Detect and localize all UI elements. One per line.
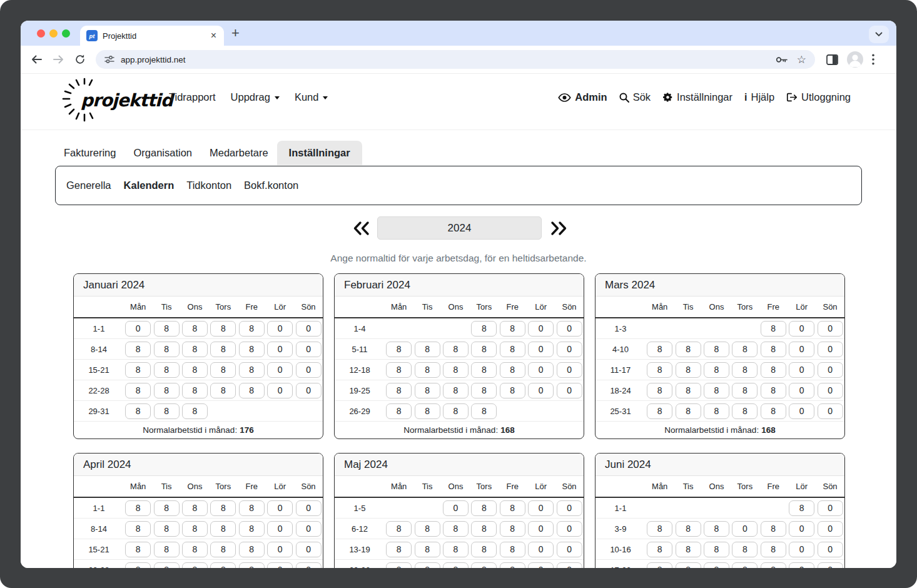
hours-input[interactable]: 8 [676,362,701,378]
hours-input[interactable]: 0 [125,321,151,337]
hours-input[interactable]: 8 [471,500,497,516]
new-tab-button[interactable]: + [231,25,240,41]
hours-input[interactable]: 0 [267,562,293,569]
hours-input[interactable]: 8 [500,342,525,357]
password-key-icon[interactable] [776,56,788,64]
hours-input[interactable]: 8 [154,562,180,569]
hours-input[interactable]: 8 [182,342,208,357]
nav-uppdrag[interactable]: Uppdrag [231,91,280,103]
hours-input[interactable]: 8 [182,521,208,537]
hours-input[interactable]: 0 [818,500,843,516]
hours-input[interactable]: 8 [125,500,151,516]
hours-input[interactable]: 0 [818,542,843,557]
hours-input[interactable]: 8 [182,562,208,569]
hours-input[interactable]: 8 [500,321,525,337]
hours-input[interactable]: 8 [182,362,208,378]
hours-input[interactable]: 8 [443,562,469,569]
hours-input[interactable]: 0 [296,362,322,378]
hours-input[interactable]: 8 [415,562,440,569]
hours-input[interactable]: 8 [471,321,497,337]
hours-input[interactable]: 8 [154,542,180,557]
hours-input[interactable]: 0 [296,383,322,398]
hours-input[interactable]: 8 [471,403,497,419]
hours-input[interactable]: 8 [471,362,497,378]
hours-input[interactable]: 8 [647,542,672,557]
hours-input[interactable]: 0 [789,362,814,378]
hours-input[interactable]: 0 [267,383,293,398]
hours-input[interactable]: 0 [818,521,843,537]
hours-input[interactable]: 0 [296,542,322,557]
hours-input[interactable]: 8 [732,542,757,557]
hours-input[interactable]: 8 [761,562,786,569]
hours-input[interactable]: 8 [386,521,412,537]
subtab-bokfkonton[interactable]: Bokf.konton [244,180,298,191]
hours-input[interactable]: 0 [789,403,814,419]
hours-input[interactable]: 8 [761,321,786,337]
year-input[interactable]: 2024 [377,216,542,240]
profile-avatar[interactable] [847,51,863,68]
address-bar[interactable]: app.projekttid.net ☆ [96,50,815,69]
hours-input[interactable]: 8 [125,342,151,357]
hours-input[interactable]: 8 [732,562,757,569]
hours-input[interactable]: 8 [704,562,729,569]
hours-input[interactable]: 8 [676,542,701,557]
hours-input[interactable]: 8 [182,321,208,337]
hours-input[interactable]: 8 [676,562,701,569]
hours-input[interactable]: 0 [528,383,554,398]
hours-input[interactable]: 8 [500,362,525,378]
hours-input[interactable]: 8 [239,542,265,557]
hours-input[interactable]: 8 [125,521,151,537]
hours-input[interactable]: 8 [125,562,151,569]
next-year-button[interactable] [549,221,568,236]
hours-input[interactable]: 0 [296,321,322,337]
hours-input[interactable]: 8 [415,542,440,557]
hours-input[interactable]: 0 [267,342,293,357]
tab-search-button[interactable] [869,26,889,43]
settings-button[interactable]: Inställningar [662,91,732,103]
hours-input[interactable]: 8 [443,362,469,378]
hours-input[interactable]: 0 [818,383,843,398]
hours-input[interactable]: 8 [182,500,208,516]
browser-menu-icon[interactable] [872,54,874,65]
hours-input[interactable]: 8 [704,362,729,378]
hours-input[interactable]: 8 [210,521,236,537]
hours-input[interactable]: 0 [528,500,554,516]
tab-medarbetare[interactable]: Medarbetare [201,141,277,165]
nav-kund[interactable]: Kund [295,91,328,103]
hours-input[interactable]: 0 [557,521,582,537]
hours-input[interactable]: 8 [732,403,757,419]
side-panel-icon[interactable] [826,54,838,65]
hours-input[interactable]: 8 [732,383,757,398]
hours-input[interactable]: 8 [154,362,180,378]
close-tab-icon[interactable]: × [210,31,218,41]
hours-input[interactable]: 8 [239,521,265,537]
hours-input[interactable]: 8 [704,542,729,557]
hours-input[interactable]: 8 [415,403,440,419]
hours-input[interactable]: 0 [267,321,293,337]
hours-input[interactable]: 8 [125,383,151,398]
hours-input[interactable]: 8 [154,342,180,357]
hours-input[interactable]: 8 [676,383,701,398]
hours-input[interactable]: 8 [210,562,236,569]
hours-input[interactable]: 8 [647,383,672,398]
hours-input[interactable]: 8 [500,562,525,569]
hours-input[interactable]: 8 [500,383,525,398]
hours-input[interactable]: 8 [500,521,525,537]
hours-input[interactable]: 8 [386,383,412,398]
hours-input[interactable]: 8 [704,383,729,398]
hours-input[interactable]: 0 [818,562,843,569]
hours-input[interactable]: 0 [557,500,582,516]
reload-icon[interactable] [74,54,86,65]
hours-input[interactable]: 0 [818,362,843,378]
hours-input[interactable]: 0 [443,500,469,516]
help-button[interactable]: i Hjälp [744,91,774,103]
hours-input[interactable]: 8 [676,342,701,357]
hours-input[interactable]: 0 [789,321,814,337]
hours-input[interactable]: 0 [789,521,814,537]
hours-input[interactable]: 8 [210,500,236,516]
hours-input[interactable]: 8 [210,342,236,357]
hours-input[interactable]: 8 [154,321,180,337]
hours-input[interactable]: 8 [154,500,180,516]
hours-input[interactable]: 8 [732,362,757,378]
hours-input[interactable]: 8 [761,542,786,557]
